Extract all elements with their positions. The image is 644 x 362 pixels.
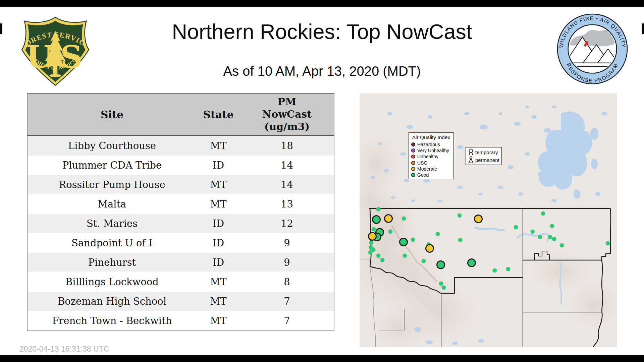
col-header-site: Site [27,94,197,136]
forest-service-shield-icon: FOREST SERVICE U S DEPARTMENT OF AGRICUL… [19,15,92,88]
monitor-dot-small [514,225,518,230]
monitor-type-legend: temporary permanent [466,147,502,165]
aqi-category-label: Good [417,172,429,178]
monitor-dot-small [550,224,554,228]
monitor-dot-small [436,232,440,236]
table-header-row: Site State PM NowCast (ug/m3) [27,94,334,136]
permanent-monitor-icon [468,156,474,164]
generated-timestamp: 2020-04-13 16:31:38 UTC [19,345,109,354]
state-cell: ID [197,253,240,272]
value-cell: 7 [240,311,334,331]
monitor-dot-large [373,216,380,224]
monitor-dot-small [506,267,511,272]
table-row: Pinehurst ID 9 [27,253,334,272]
state-cell: ID [197,233,240,253]
aqi-color-dot [411,142,415,146]
value-cell: 12 [240,214,334,233]
monitor-dot-small [372,227,376,232]
wfaqrp-circle-icon: WILDLAND FIRE • AIR QUALITY RESPONSE PRO… [556,12,629,85]
aqi-color-dot [411,173,415,177]
value-cell: 14 [240,175,334,194]
aqi-legend-item: Very Unhealthy [411,147,451,154]
table-row: Libby Courthouse MT 18 [27,136,334,156]
value-cell: 14 [240,156,334,175]
site-cell: St. Maries [27,214,197,233]
map-canvas [360,94,617,347]
state-cell: MT [197,194,240,214]
monitor-dot-small [560,243,564,248]
aqi-legend: Air Quality Index HazardousVery Unhealth… [409,132,454,179]
col-header-pm-nowcast: PM NowCast (ug/m3) [240,94,334,136]
state-cell: MT [197,272,240,292]
temporary-legend-row: temporary [468,148,499,156]
monitor-dot-small [606,241,610,246]
monitor-dot-small [439,282,443,286]
site-cell: Billlings Lockwood [27,272,197,292]
monitor-dot-small [380,258,385,262]
monitor-dot-small [442,286,446,290]
table-row: Rossiter Pump House MT 14 [27,175,334,194]
table-row: Malta MT 13 [27,194,334,214]
table-row: Bozeman High School MT 7 [27,292,334,311]
state-cell: MT [197,175,240,194]
value-cell: 18 [240,136,334,156]
value-cell: 7 [240,292,334,311]
monitor-dot-large [468,259,476,267]
temporary-monitor-icon [468,148,474,156]
video-artifact-right [642,23,644,34]
site-cell: Plummer CDA Tribe [27,156,197,175]
aqi-category-label: USG [417,160,427,166]
monitor-dot-small [548,235,552,239]
site-cell: Pinehurst [27,253,197,272]
site-cell: Rossiter Pump House [27,175,197,194]
table-row: Billlings Lockwood MT 8 [27,272,334,292]
monitor-dot-large [385,215,392,223]
col-header-state: State [197,94,240,136]
monitor-dot-small [368,250,373,255]
monitor-dot-small [369,241,374,245]
monitor-dot-small [493,268,497,273]
monitor-dot-small [411,238,415,242]
monitor-dot-small [531,230,535,234]
state-cell: ID [197,214,240,233]
monitor-dot-small [458,214,462,218]
monitor-dot-small [458,238,463,242]
wfaqrp-logo: WILDLAND FIRE • AIR QUALITY RESPONSE PRO… [556,12,629,85]
monitor-dot-large [475,215,482,223]
temporary-label: temporary [475,150,498,155]
state-cell: MT [197,136,240,156]
aqi-color-dot [411,167,415,171]
site-cell: Malta [27,194,197,214]
aqi-color-dot [411,148,415,153]
forest-service-logo: FOREST SERVICE U S DEPARTMENT OF AGRICUL… [19,15,92,88]
monitor-dot-small [422,259,426,263]
table-row: Plummer CDA Tribe ID 14 [27,156,334,175]
value-cell: 9 [240,253,334,272]
nowcast-table: Site State PM NowCast (ug/m3) Libby Cour… [27,93,334,331]
aqi-category-label: Moderate [417,166,437,172]
value-cell: 13 [240,194,334,214]
aqi-color-dot [411,155,415,159]
aqi-category-label: Unhealthy [417,154,438,159]
aqi-legend-item: USG [411,160,451,166]
state-cell: ID [197,156,240,175]
slide: FOREST SERVICE U S DEPARTMENT OF AGRICUL… [0,0,644,362]
aqi-category-label: Very Unhealthy [417,148,449,153]
monitor-dot-large [369,233,376,240]
aqi-legend-item: Moderate [411,166,451,172]
monitor-dot-large [437,261,445,269]
site-cell: Bozeman High School [27,292,197,311]
site-cell: French Town - Beckwith [27,311,197,331]
monitor-dot-small [376,254,381,258]
letterbox-bottom [0,355,644,362]
monitor-dot-large [426,245,434,252]
site-cell: Libby Courthouse [27,136,197,156]
state-cell: MT [197,292,240,311]
site-cell: Sandpoint U of I [27,233,197,253]
state-cell: MT [197,311,240,331]
monitor-dot-small [376,207,381,212]
aqi-legend-item: Good [411,172,451,178]
table-row: Sandpoint U of I ID 9 [27,233,334,253]
monitor-dot-small [402,217,406,221]
monitor-dot-large [400,238,408,246]
